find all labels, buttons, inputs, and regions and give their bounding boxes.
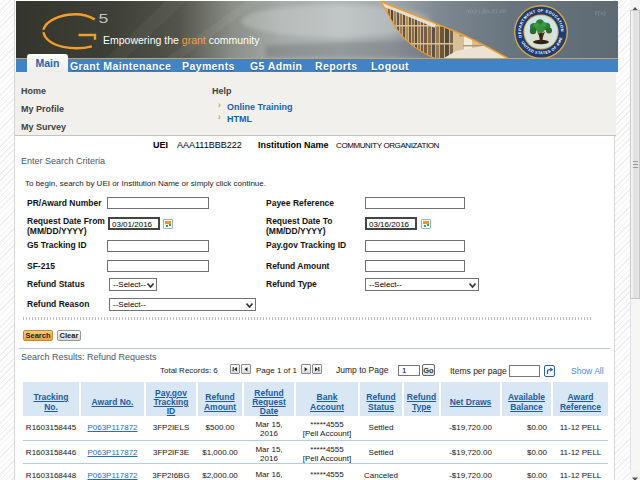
svg-text:T(x): T(x) — [594, 9, 606, 17]
svg-text:5: 5 — [99, 11, 109, 26]
svg-text:π(s) | f(x,θ) dθ: π(s) | f(x,θ) dθ — [466, 7, 506, 15]
svg-text:Empowering the grant community: Empowering the grant community. — [103, 34, 262, 46]
